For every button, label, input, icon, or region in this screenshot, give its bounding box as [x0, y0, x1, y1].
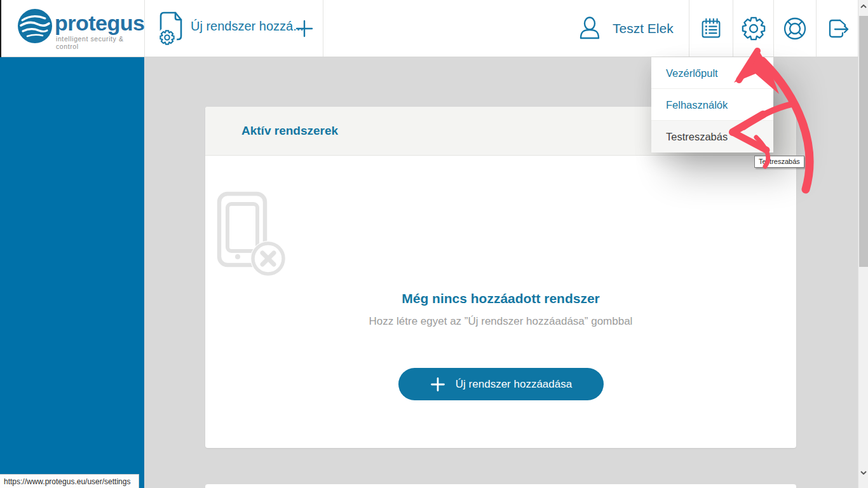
top-header: protegus intelligent security & control … — [0, 0, 858, 57]
page-scrollbar[interactable] — [858, 0, 868, 488]
empty-state-title: Még nincs hozzáadott rendszer — [205, 291, 796, 306]
plus-icon — [295, 19, 314, 38]
scrollbar-thumb[interactable] — [859, 16, 868, 267]
help-button[interactable] — [773, 0, 816, 57]
menu-item-felhasznalok[interactable]: Felhasználók — [651, 89, 773, 121]
testreszabas-tooltip: Testreszabás — [754, 156, 804, 168]
plus-icon — [430, 377, 445, 392]
events-agenda-button[interactable] — [689, 0, 733, 57]
add-system-header-button[interactable]: Új rendszer hozzá... — [145, 0, 323, 57]
settings-gear-icon — [740, 15, 767, 42]
menu-item-testreszabas[interactable]: Testreszabás — [651, 121, 773, 152]
scroll-up-button[interactable] — [858, 1, 868, 11]
header-divider — [323, 0, 323, 57]
add-system-primary-button[interactable]: Új rendszer hozzáadása — [398, 368, 604, 400]
chevron-up-icon — [860, 4, 867, 8]
menu-item-vezerlopult[interactable]: Vezérlőpult — [651, 57, 773, 89]
left-sidebar — [0, 57, 144, 488]
chevron-down-icon — [860, 471, 867, 475]
empty-state: Még nincs hozzáadott rendszer Hozz létre… — [205, 156, 796, 328]
agenda-list-icon — [698, 15, 724, 43]
card-title: Aktív rendszerek — [241, 124, 338, 138]
logout-icon — [824, 15, 851, 43]
user-icon — [576, 15, 604, 43]
lifebuoy-help-icon — [782, 15, 808, 42]
no-system-phone-icon — [205, 191, 294, 280]
active-systems-card: Aktív rendszerek Még nincs hozzáadott re… — [205, 107, 796, 448]
user-account-button[interactable]: Teszt Elek — [571, 0, 689, 57]
brand-tagline: intelligent security & control — [56, 35, 142, 50]
next-card-sliver — [205, 484, 796, 488]
add-system-button-label: Új rendszer hozzáadása — [456, 378, 572, 391]
settings-button[interactable] — [733, 0, 773, 57]
scroll-down-button[interactable] — [858, 468, 868, 478]
brand-name: protegus — [55, 11, 144, 36]
add-system-label: Új rendszer hozzá... — [191, 19, 304, 34]
logout-button[interactable] — [816, 0, 858, 57]
browser-status-link: https://www.protegus.eu/user/settings — [0, 474, 139, 488]
protegus-logo[interactable]: protegus intelligent security & control — [15, 7, 142, 50]
empty-state-subtitle: Hozz létre egyet az ”Új rendszer hozzáad… — [205, 315, 796, 328]
new-system-document-gear-icon — [154, 8, 191, 48]
window-edge-artifact — [0, 0, 1, 57]
user-name: Teszt Elek — [613, 21, 674, 36]
protegus-app: protegus intelligent security & control … — [0, 0, 868, 488]
settings-dropdown-menu: Vezérlőpult Felhasználók Testreszabás — [651, 57, 773, 152]
protegus-logo-icon — [17, 8, 53, 44]
